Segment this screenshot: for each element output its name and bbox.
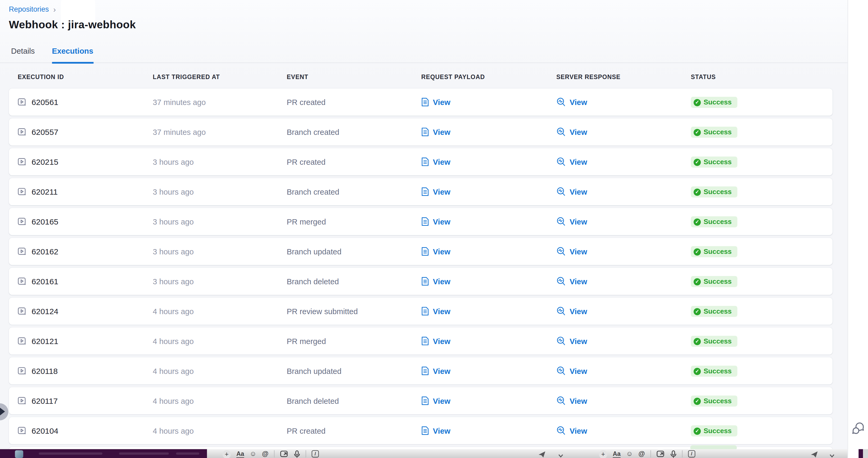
- server-response-view-link[interactable]: View: [556, 426, 691, 435]
- plus-icon[interactable]: +: [222, 450, 231, 458]
- microphone-icon[interactable]: [294, 450, 300, 458]
- chat-bubbles-icon[interactable]: [851, 422, 865, 436]
- execution-id: 620557: [31, 127, 58, 136]
- table-row: 620162 3 hours ago Branch updated View: [9, 238, 833, 265]
- microphone-icon[interactable]: [670, 450, 676, 458]
- mention-icon[interactable]: @: [639, 450, 645, 457]
- send-paper-plane-icon[interactable]: [810, 450, 818, 458]
- column-header-event: EVENT: [287, 73, 421, 80]
- server-response-view-link[interactable]: View: [556, 217, 691, 226]
- server-response-view-link[interactable]: View: [556, 396, 691, 406]
- composer-format-group: + Aa ☺ @ /: [222, 450, 319, 458]
- status-badge: ✓ Success: [691, 187, 737, 198]
- execution-id-cell: 620211: [18, 187, 153, 196]
- response-monitor-icon: [556, 306, 566, 316]
- status-badge: ✓ Success: [691, 425, 737, 436]
- execution-id-cell: 620561: [18, 98, 153, 106]
- status-badge: ✓ Success: [691, 216, 737, 227]
- plus-icon[interactable]: +: [599, 450, 607, 458]
- request-payload-view-link[interactable]: View: [421, 97, 556, 107]
- text-format-icon[interactable]: Aa: [613, 450, 621, 458]
- document-icon: [421, 157, 429, 167]
- server-response-view-link[interactable]: View: [556, 97, 691, 107]
- last-triggered-cell: 4 hours ago: [153, 366, 287, 375]
- status-cell: ✓ Success: [691, 126, 833, 138]
- execution-id-cell: 620117: [18, 396, 153, 405]
- request-payload-view-link[interactable]: View: [421, 366, 556, 376]
- toolbar-divider: [274, 450, 275, 457]
- view-label: View: [433, 396, 451, 405]
- execution-id-cell: 620124: [18, 307, 153, 316]
- status-cell: ✓ Success: [691, 216, 833, 227]
- video-clip-icon[interactable]: [656, 450, 665, 458]
- event-cell: Branch created: [287, 127, 421, 136]
- breadcrumb: Repositories ›: [9, 5, 56, 13]
- table-row: 620117 4 hours ago Branch deleted View: [9, 387, 833, 414]
- server-response-view-link[interactable]: View: [556, 366, 691, 376]
- server-response-view-link[interactable]: View: [556, 276, 691, 286]
- request-payload-view-link[interactable]: View: [421, 426, 556, 435]
- send-paper-plane-icon[interactable]: [538, 450, 546, 458]
- server-response-view-link[interactable]: View: [556, 247, 691, 256]
- execution-run-icon: [18, 367, 27, 375]
- request-payload-view-link[interactable]: View: [421, 127, 556, 137]
- send-options-caret-icon[interactable]: [829, 450, 835, 458]
- execution-run-icon: [18, 158, 27, 166]
- server-response-view-link[interactable]: View: [556, 336, 691, 346]
- server-response-view-link[interactable]: View: [556, 306, 691, 316]
- status-badge: ✓ Success: [691, 336, 737, 347]
- breadcrumb-repositories-link[interactable]: Repositories: [9, 5, 49, 13]
- view-label: View: [433, 187, 451, 196]
- emoji-icon[interactable]: ☺: [250, 450, 257, 457]
- status-label: Success: [704, 397, 732, 405]
- request-payload-view-link[interactable]: View: [421, 187, 556, 196]
- status-label: Success: [704, 218, 732, 226]
- status-cell: ✓ Success: [691, 425, 833, 436]
- composer-format-group: + Aa ☺ @ /: [599, 450, 695, 458]
- view-label: View: [433, 157, 451, 166]
- request-payload-view-link[interactable]: View: [421, 306, 556, 316]
- tab-executions[interactable]: Executions: [52, 46, 93, 64]
- response-monitor-icon: [556, 187, 566, 196]
- status-cell: ✓ Success: [691, 305, 833, 317]
- event-cell: Branch updated: [287, 247, 421, 256]
- table-row: 620118 4 hours ago Branch updated View: [9, 357, 833, 384]
- request-payload-view-link[interactable]: View: [421, 247, 556, 256]
- mention-icon[interactable]: @: [262, 450, 268, 457]
- execution-run-icon: [18, 427, 27, 435]
- server-response-view-link[interactable]: View: [556, 127, 691, 137]
- server-response-view-link[interactable]: View: [556, 187, 691, 196]
- view-label: View: [433, 307, 451, 316]
- execution-run-icon: [18, 128, 27, 136]
- request-payload-view-link[interactable]: View: [421, 396, 556, 406]
- view-label: View: [569, 426, 587, 435]
- request-payload-view-link[interactable]: View: [421, 276, 556, 286]
- send-options-caret-icon[interactable]: [558, 450, 564, 458]
- request-payload-view-link[interactable]: View: [421, 336, 556, 346]
- event-cell: PR created: [287, 98, 421, 106]
- server-response-view-link[interactable]: View: [556, 157, 691, 167]
- request-payload-view-link[interactable]: View: [421, 217, 556, 226]
- view-label: View: [433, 247, 451, 256]
- slash-command-icon[interactable]: /: [688, 450, 695, 457]
- document-icon: [421, 426, 429, 435]
- table-row: 620557 37 minutes ago Branch created Vie…: [9, 119, 833, 145]
- execution-run-icon: [18, 98, 27, 106]
- execution-id: 620215: [31, 157, 58, 166]
- slash-command-icon[interactable]: /: [312, 450, 319, 457]
- event-cell: Branch created: [287, 187, 421, 196]
- tab-details[interactable]: Details: [11, 46, 35, 63]
- text-format-icon[interactable]: Aa: [236, 450, 244, 458]
- view-label: View: [433, 127, 451, 136]
- table-row: 620561 37 minutes ago PR created View: [9, 89, 833, 116]
- execution-id-cell: 620162: [18, 247, 153, 256]
- last-triggered-cell: 3 hours ago: [153, 277, 287, 286]
- video-clip-icon[interactable]: [280, 450, 288, 458]
- table-row: 620165 3 hours ago PR merged View: [9, 208, 833, 235]
- emoji-icon[interactable]: ☺: [626, 450, 633, 457]
- request-payload-view-link[interactable]: View: [421, 157, 556, 167]
- edge-expand-button[interactable]: [0, 403, 8, 420]
- table-row: 620121 4 hours ago PR merged View: [9, 327, 833, 354]
- table-row: 620124 4 hours ago PR review submitted V…: [9, 297, 833, 324]
- status-label: Success: [704, 308, 732, 316]
